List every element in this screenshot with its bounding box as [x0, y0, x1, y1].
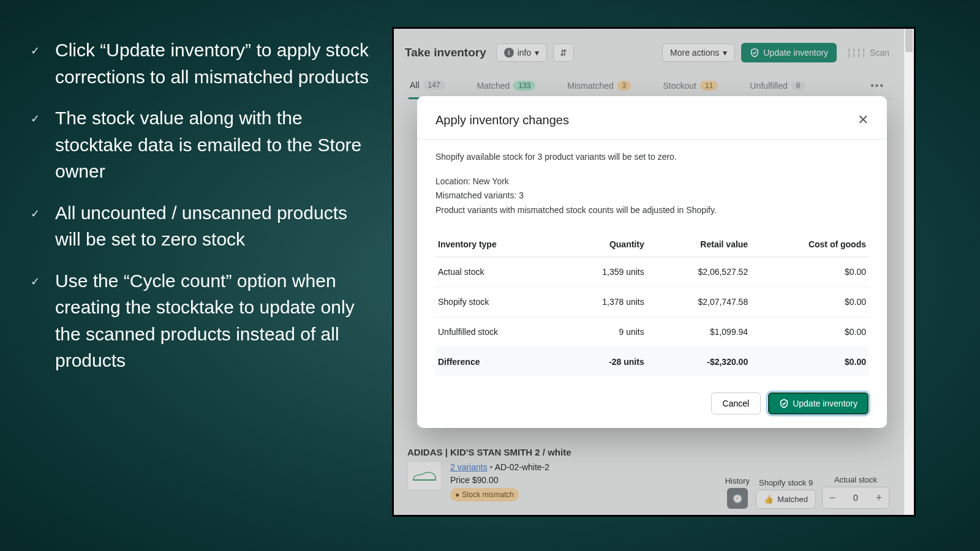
stock-mismatch-badge: ●Stock mismatch [450, 488, 519, 501]
stock-controls: History 🕘 Shopify stock 9 👍Matched Actua… [725, 475, 889, 509]
modal-title: Apply inventory changes [435, 113, 569, 127]
modal-adjust-note: Product variants with mismatched stock c… [435, 204, 869, 217]
info-dropdown[interactable]: i info ▾ [496, 43, 548, 62]
collapse-icon: ⇵ [560, 48, 567, 58]
warning-icon: ● [455, 489, 459, 500]
tab-mismatched[interactable]: Mismatched3 [566, 73, 632, 98]
product-sku: AD-02-white-2 [495, 462, 549, 472]
bullet-item: ✓Use the “Cycle count” option when creat… [31, 268, 374, 374]
decrement-button[interactable]: − [823, 487, 842, 508]
product-title: ADIDAS | KID'S STAN SMITH 2 / white [407, 447, 891, 457]
bullet-text: All uncounted / unscanned products will … [55, 200, 374, 253]
bullet-text: The stock value along with the stocktake… [55, 105, 374, 185]
check-icon: ✓ [31, 274, 55, 290]
check-icon: ✓ [31, 111, 55, 127]
bullet-text: Use the “Cycle count” option when creati… [55, 268, 374, 374]
product-thumbnail [407, 461, 442, 490]
caret-down-icon: ▾ [535, 48, 539, 58]
app-window: Take inventory i info ▾ ⇵ More actions ▾… [392, 27, 916, 517]
count-badge: 3 [617, 81, 631, 91]
tabs-overflow[interactable]: ••• [865, 73, 889, 99]
apply-inventory-modal: Apply inventory changes ✕ Shopify availa… [417, 96, 887, 428]
shield-check-icon [750, 48, 760, 58]
inventory-summary-table: Inventory type Quantity Retail value Cos… [435, 232, 869, 377]
tab-matched[interactable]: Matched133 [476, 73, 537, 98]
page-title: Take inventory [405, 46, 486, 59]
close-button[interactable]: ✕ [858, 112, 869, 128]
more-actions-dropdown[interactable]: More actions ▾ [662, 43, 735, 62]
col-quantity: Quantity [558, 232, 646, 257]
tab-all[interactable]: All147 [409, 73, 447, 99]
shoe-icon [412, 468, 437, 484]
product-card: ADIDAS | KID'S STAN SMITH 2 / white 2 va… [405, 442, 893, 506]
col-cost-of-goods: Cost of goods [750, 232, 869, 257]
count-badge: 133 [513, 81, 535, 91]
bullet-item: ✓All uncounted / unscanned products will… [31, 200, 374, 253]
modal-location: Location: New York [435, 175, 869, 189]
check-icon: ✓ [31, 43, 55, 59]
update-inventory-confirm-button[interactable]: Update inventory [768, 392, 869, 414]
tab-unfulfilled[interactable]: Unfulfilled8 [748, 73, 806, 98]
instruction-panel: ✓Click “Update inventory” to apply stock… [0, 0, 392, 551]
filter-tabs: All147 Matched133 Mismatched3 Stockout11… [405, 73, 893, 99]
scan-button[interactable]: ╎╎╎╎ Scan [843, 43, 893, 62]
table-row: Actual stock1,359 units$2,06,527.52$0.00 [435, 257, 869, 287]
shopify-stock-label: Shopify stock 9 [759, 478, 813, 487]
shield-check-icon [779, 399, 789, 408]
actual-stock-label: Actual stock [834, 475, 877, 484]
close-icon: ✕ [858, 112, 869, 127]
quantity-stepper[interactable]: − 0 + [822, 487, 889, 509]
variants-link[interactable]: 2 variants [450, 462, 488, 472]
tab-stockout[interactable]: Stockout11 [662, 73, 719, 98]
clock-icon: 🕘 [733, 494, 742, 503]
caret-down-icon: ▾ [723, 48, 727, 58]
col-inventory-type: Inventory type [435, 232, 558, 257]
stepper-value: 0 [842, 493, 869, 503]
modal-lead-text: Shopify available stock for 3 product va… [435, 151, 869, 164]
cancel-button[interactable]: Cancel [711, 392, 761, 414]
barcode-icon: ╎╎╎╎ [846, 48, 866, 58]
product-price: Price $90.00 [450, 474, 549, 487]
scrollbar[interactable]: ▴ [904, 29, 914, 515]
check-icon: ✓ [31, 206, 55, 222]
bullet-text: Click “Update inventory” to apply stock … [55, 37, 374, 90]
bullet-item: ✓The stock value along with the stocktak… [31, 105, 374, 185]
bullet-item: ✓Click “Update inventory” to apply stock… [31, 37, 374, 90]
info-icon: i [504, 48, 514, 58]
count-badge: 147 [423, 80, 445, 90]
history-label: History [725, 476, 750, 485]
history-button[interactable]: 🕘 [727, 488, 748, 509]
scrollbar-thumb[interactable] [905, 29, 913, 52]
thumbs-up-icon: 👍 [764, 495, 774, 504]
count-badge: 11 [700, 81, 718, 91]
product-meta: 2 variants • AD-02-white-2 Price $90.00 … [450, 461, 549, 501]
count-badge: 8 [791, 81, 805, 91]
increment-button[interactable]: + [869, 487, 889, 508]
modal-mismatch-count: Mismatched variants: 3 [435, 189, 869, 203]
table-row-difference: Difference-28 units-$2,320.00$0.00 [435, 347, 869, 377]
collapse-button[interactable]: ⇵ [553, 43, 574, 62]
col-retail-value: Retail value [647, 232, 750, 257]
topbar: Take inventory i info ▾ ⇵ More actions ▾… [405, 37, 893, 68]
table-row: Unfulfilled stock9 units$1,099.94$0.00 [435, 317, 869, 347]
matched-button[interactable]: 👍Matched [756, 490, 816, 509]
table-row: Shopify stock1,378 units$2,07,747.58$0.0… [435, 287, 869, 317]
update-inventory-button[interactable]: Update inventory [741, 43, 837, 62]
